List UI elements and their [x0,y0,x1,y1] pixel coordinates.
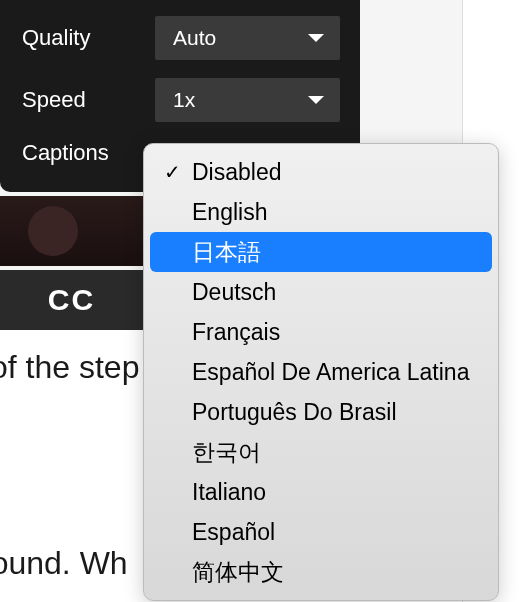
captions-option[interactable]: 日本語 [150,232,492,272]
captions-option[interactable]: Español [150,512,492,552]
captions-option[interactable]: 简体中文 [150,552,492,592]
closed-captions-bar[interactable]: CC [0,270,143,330]
captions-option[interactable]: Deutsch [150,272,492,312]
captions-option-label: Português Do Brasil [192,399,482,426]
cc-badge: CC [48,283,95,317]
page-text-fragment: of the step [0,349,139,386]
chevron-down-icon [308,34,324,42]
speed-value: 1x [173,88,195,112]
captions-option-label: English [192,199,482,226]
captions-option[interactable]: English [150,192,492,232]
speed-select[interactable]: 1x [155,78,340,122]
captions-option[interactable]: Français [150,312,492,352]
captions-option-label: 日本語 [192,237,482,268]
quality-label: Quality [22,25,90,51]
video-thumbnail [0,196,143,266]
quality-value: Auto [173,26,216,50]
quality-select[interactable]: Auto [155,16,340,60]
captions-option-label: Español [192,519,482,546]
check-icon: ✓ [164,160,192,184]
captions-dropdown-menu: ✓DisabledEnglish日本語DeutschFrançaisEspaño… [143,143,499,601]
captions-label: Captions [22,140,109,166]
captions-option[interactable]: Português Do Brasil [150,392,492,432]
captions-option-label: Disabled [192,159,482,186]
captions-option-label: Español De America Latina [192,359,482,386]
page-text-fragment: round. Wh [0,545,128,582]
captions-option[interactable]: Español De America Latina [150,352,492,392]
speed-row: Speed 1x [22,78,340,122]
quality-row: Quality Auto [22,16,340,60]
captions-option-label: Deutsch [192,279,482,306]
captions-option[interactable]: ✓Disabled [150,152,492,192]
captions-option[interactable]: 한국어 [150,432,492,472]
captions-option-label: 한국어 [192,437,482,468]
captions-option-label: Français [192,319,482,346]
captions-option[interactable]: Italiano [150,472,492,512]
captions-option-label: Italiano [192,479,482,506]
chevron-down-icon [308,96,324,104]
speed-label: Speed [22,87,86,113]
captions-option-label: 简体中文 [192,557,482,588]
